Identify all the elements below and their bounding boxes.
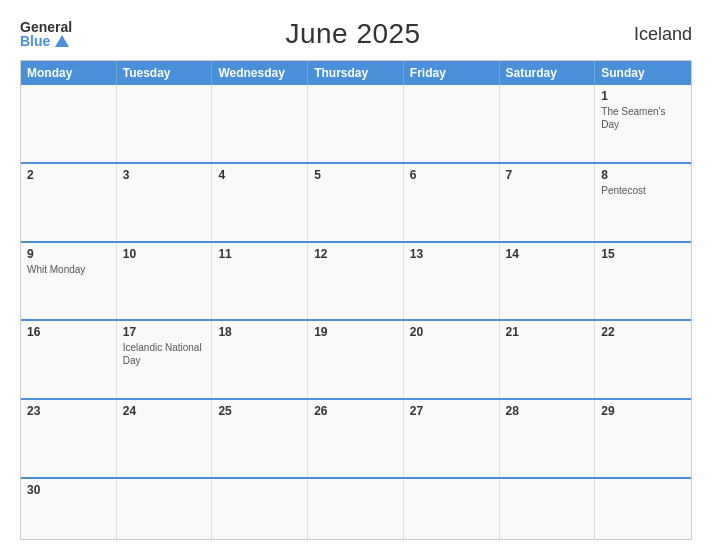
calendar-cell: 22 [595,321,691,398]
day-number: 30 [27,483,110,497]
calendar-cell: 21 [500,321,596,398]
calendar-cell: 1The Seamen's Day [595,85,691,162]
calendar-cell [404,479,500,539]
calendar-cell: 28 [500,400,596,477]
calendar-cell [212,479,308,539]
country-label: Iceland [634,24,692,45]
day-number: 8 [601,168,685,182]
day-number: 2 [27,168,110,182]
day-number: 7 [506,168,589,182]
calendar-cell: 25 [212,400,308,477]
calendar-cell: 16 [21,321,117,398]
calendar-cell [21,85,117,162]
calendar-cell: 12 [308,243,404,320]
day-number: 16 [27,325,110,339]
header-day-thursday: Thursday [308,61,404,85]
day-number: 19 [314,325,397,339]
calendar-cell: 30 [21,479,117,539]
calendar-cell: 15 [595,243,691,320]
day-number: 27 [410,404,493,418]
calendar-cell: 29 [595,400,691,477]
calendar-cell: 18 [212,321,308,398]
calendar-cell: 6 [404,164,500,241]
calendar-cell: 27 [404,400,500,477]
day-number: 28 [506,404,589,418]
calendar-cell: 11 [212,243,308,320]
day-number: 15 [601,247,685,261]
day-number: 23 [27,404,110,418]
day-number: 10 [123,247,206,261]
day-number: 24 [123,404,206,418]
day-number: 25 [218,404,301,418]
day-event: Pentecost [601,184,685,197]
calendar-cell [500,479,596,539]
calendar-cell: 9Whit Monday [21,243,117,320]
header-day-tuesday: Tuesday [117,61,213,85]
calendar-cell: 5 [308,164,404,241]
day-number: 4 [218,168,301,182]
day-number: 17 [123,325,206,339]
header-day-wednesday: Wednesday [212,61,308,85]
day-number: 3 [123,168,206,182]
calendar-week-4: 1617Icelandic National Day1819202122 [21,319,691,398]
day-number: 11 [218,247,301,261]
calendar-body: 1The Seamen's Day2345678Pentecost9Whit M… [21,85,691,539]
calendar-cell: 23 [21,400,117,477]
calendar-cell [308,85,404,162]
day-number: 18 [218,325,301,339]
calendar-week-3: 9Whit Monday101112131415 [21,241,691,320]
calendar-cell: 10 [117,243,213,320]
calendar-cell [404,85,500,162]
header-day-sunday: Sunday [595,61,691,85]
calendar-header: MondayTuesdayWednesdayThursdayFridaySatu… [21,61,691,85]
day-number: 22 [601,325,685,339]
calendar-cell: 3 [117,164,213,241]
day-number: 26 [314,404,397,418]
day-number: 9 [27,247,110,261]
calendar-title: June 2025 [285,18,420,50]
calendar-cell: 4 [212,164,308,241]
day-number: 12 [314,247,397,261]
calendar-week-1: 1The Seamen's Day [21,85,691,162]
day-number: 21 [506,325,589,339]
page: General Blue June 2025 Iceland MondayTue… [0,0,712,550]
calendar-cell: 2 [21,164,117,241]
day-number: 5 [314,168,397,182]
day-event: Icelandic National Day [123,341,206,367]
calendar-cell: 20 [404,321,500,398]
calendar-cell [117,479,213,539]
calendar-cell: 17Icelandic National Day [117,321,213,398]
calendar-cell: 19 [308,321,404,398]
logo-blue-text: Blue [20,34,72,48]
header-day-monday: Monday [21,61,117,85]
calendar-week-6: 30 [21,477,691,539]
logo: General Blue [20,20,72,48]
calendar-cell: 13 [404,243,500,320]
day-number: 29 [601,404,685,418]
calendar-cell: 24 [117,400,213,477]
calendar-cell [500,85,596,162]
calendar-cell: 26 [308,400,404,477]
header-day-friday: Friday [404,61,500,85]
calendar-cell [117,85,213,162]
logo-triangle-icon [55,35,69,47]
header: General Blue June 2025 Iceland [20,18,692,50]
calendar: MondayTuesdayWednesdayThursdayFridaySatu… [20,60,692,540]
calendar-week-2: 2345678Pentecost [21,162,691,241]
calendar-cell: 7 [500,164,596,241]
calendar-cell: 14 [500,243,596,320]
calendar-cell [595,479,691,539]
day-number: 14 [506,247,589,261]
day-number: 13 [410,247,493,261]
calendar-cell [308,479,404,539]
logo-general-text: General [20,20,72,34]
calendar-week-5: 23242526272829 [21,398,691,477]
day-number: 6 [410,168,493,182]
day-event: The Seamen's Day [601,105,685,131]
header-day-saturday: Saturday [500,61,596,85]
day-event: Whit Monday [27,263,110,276]
calendar-cell [212,85,308,162]
calendar-cell: 8Pentecost [595,164,691,241]
day-number: 1 [601,89,685,103]
day-number: 20 [410,325,493,339]
